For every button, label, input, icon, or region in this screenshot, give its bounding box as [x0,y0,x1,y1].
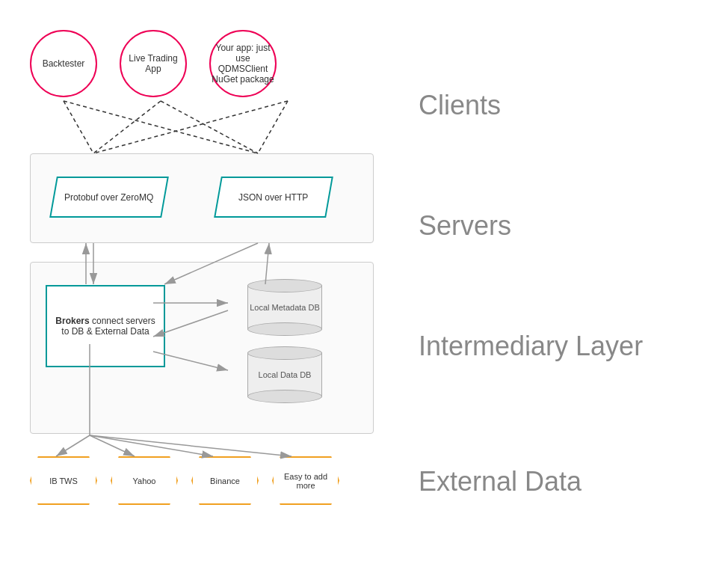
your-app-circle: Your app: just use QDMSClient NuGet pack… [209,30,277,97]
data-db-body: Local Data DB [247,352,322,397]
protobuf-server: Protobuf over ZeroMQ [49,177,169,218]
svg-line-16 [90,435,135,456]
json-server: JSON over HTTP [214,177,333,218]
binance-label: Binance [210,476,240,485]
protobuf-label: Protobuf over ZeroMQ [64,192,153,203]
metadata-db: Local Metadata DB [247,285,322,330]
backtester-label: Backtester [43,58,85,69]
your-app-label: Your app: just use QDMSClient NuGet pack… [211,43,275,85]
svg-line-17 [90,435,213,456]
data-db-bottom [247,390,322,403]
external-row: IB TWS Yahoo Binance Easy to add more [30,456,339,505]
metadata-db-bottom [247,322,322,336]
external-label-row: External Data [419,441,718,523]
metadata-db-label: Local Metadata DB [250,303,320,312]
clients-label-row: Clients [419,64,718,147]
yahoo-shape: Yahoo [111,456,178,505]
ib-tws-label: IB TWS [49,476,78,485]
ib-tws-shape: IB TWS [30,456,97,505]
clients-row: Backtester Live Trading App Your app: ju… [30,30,277,97]
svg-line-6 [93,101,288,153]
svg-line-3 [64,101,258,153]
binance-shape: Binance [191,456,259,505]
data-db: Local Data DB [247,352,322,397]
servers-label-row: Servers [419,185,718,267]
svg-line-7 [258,101,288,153]
intermediary-label-row: Intermediary Layer [419,305,718,387]
svg-line-5 [161,101,258,153]
diagram-area: Backtester Live Trading App Your app: ju… [15,15,404,549]
data-db-label: Local Data DB [259,370,312,379]
live-trading-label: Live Trading App [121,53,185,74]
yahoo-label: Yahoo [133,476,156,485]
easy-add-shape: Easy to add more [272,456,339,505]
intermediary-box: Brokers connect servers to DB & External… [30,262,374,434]
live-trading-circle: Live Trading App [120,30,187,97]
metadata-db-body: Local Metadata DB [247,285,322,330]
labels-area: Clients Servers Intermediary Layer Exter… [419,15,718,549]
data-db-top [247,346,322,360]
svg-line-2 [64,101,93,153]
external-label: External Data [419,466,582,497]
broker-label: Brokers connect servers to DB & External… [53,316,158,337]
json-label: JSON over HTTP [238,192,308,203]
servers-label: Servers [419,210,511,242]
broker-box: Brokers connect servers to DB & External… [46,285,165,367]
svg-line-18 [90,435,291,456]
intermediary-label: Intermediary Layer [419,331,643,362]
servers-box: Protobuf over ZeroMQ JSON over HTTP [30,153,374,243]
svg-line-4 [93,101,161,153]
metadata-db-top [247,279,322,292]
easy-add-label: Easy to add more [283,472,329,490]
svg-line-15 [56,435,90,456]
clients-label: Clients [419,90,501,121]
backtester-circle: Backtester [30,30,97,97]
